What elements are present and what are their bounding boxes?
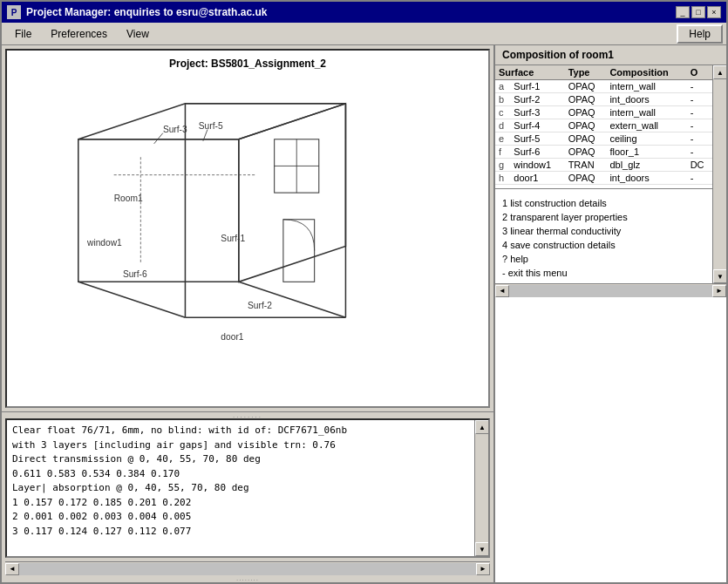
- svg-line-22: [154, 133, 163, 144]
- menu-bar: File Preferences View Help: [2, 23, 726, 45]
- table-row[interactable]: a Surf-1 OPAQ intern_wall -: [495, 80, 712, 93]
- menu-option[interactable]: 3 linear thermal conductivity: [502, 224, 705, 238]
- surface-comp: intern_wall: [606, 106, 686, 119]
- text-line-5: Layer| absorption @ 0, 40, 55, 70, 80 de…: [12, 481, 483, 496]
- surface-comp: extern_wall: [606, 119, 686, 132]
- svg-text:window1: window1: [86, 238, 122, 248]
- row-letter: d: [495, 119, 510, 132]
- text-line-7: 2 0.001 0.002 0.003 0.004 0.005: [12, 510, 483, 525]
- text-line-2: with 3 layers [including air gaps] and v…: [12, 438, 483, 453]
- table-row[interactable]: e Surf-5 OPAQ ceiling -: [495, 132, 712, 146]
- col-type: Type: [565, 65, 607, 80]
- minimize-button[interactable]: _: [676, 6, 690, 18]
- surface-comp: int_doors: [606, 172, 686, 185]
- svg-text:Room1: Room1: [114, 194, 143, 203]
- table-row[interactable]: f Surf-6 OPAQ floor_1 -: [495, 146, 712, 159]
- surface-name: Surf-1: [510, 80, 564, 93]
- window-title: Project Manager: enquiries to esru@strat…: [26, 6, 267, 18]
- col-surface: Surface: [495, 65, 565, 80]
- surface-name: Surf-3: [510, 106, 564, 119]
- row-letter: a: [495, 80, 510, 93]
- right-scroll-track[interactable]: [713, 79, 726, 269]
- menu-option[interactable]: 1 list construction details: [502, 196, 705, 210]
- table-row[interactable]: c Surf-3 OPAQ intern_wall -: [495, 106, 712, 119]
- surface-type: OPAQ: [565, 93, 607, 106]
- surface-type: OPAQ: [565, 80, 607, 93]
- right-scrollbar-v: ▲ ▼: [712, 65, 726, 283]
- surface-type: OPAQ: [565, 146, 607, 159]
- main-content: Project: BS5801_Assignment_2: [2, 45, 726, 582]
- surface-type: OPAQ: [565, 132, 607, 146]
- menu-option[interactable]: 2 transparent layer properties: [502, 210, 705, 224]
- scroll-track-h[interactable]: [19, 563, 476, 575]
- menu-option[interactable]: ? help: [502, 252, 705, 266]
- row-letter: f: [495, 146, 510, 159]
- svg-line-4: [239, 282, 346, 317]
- project-title: Project: BS5801_Assignment_2: [169, 58, 326, 70]
- row-letter: c: [495, 106, 510, 119]
- surface-type: OPAQ: [565, 172, 607, 185]
- scroll-up-button[interactable]: ▲: [475, 420, 489, 434]
- right-scroll-left[interactable]: ◄: [495, 285, 509, 297]
- svg-text:Surf-3: Surf-3: [163, 125, 187, 134]
- bottom-resize-handle[interactable]: ........: [2, 575, 493, 582]
- text-line-3: Direct transmission @ 0, 40, 55, 70, 80 …: [12, 452, 483, 467]
- surface-o: -: [687, 119, 712, 132]
- right-hscroll-track[interactable]: [509, 285, 712, 297]
- right-scroll-right[interactable]: ►: [712, 285, 726, 297]
- 3d-view: Project: BS5801_Assignment_2: [5, 49, 490, 408]
- table-row[interactable]: g window1 TRAN dbl_glz DC: [495, 159, 712, 172]
- table-row[interactable]: h door1 OPAQ int_doors -: [495, 172, 712, 185]
- menu-file[interactable]: File: [5, 25, 41, 43]
- text-line-1: Clear float 76/71, 6mm, no blind: with i…: [12, 424, 483, 438]
- surface-o: -: [687, 172, 712, 185]
- surface-o: -: [687, 132, 712, 146]
- title-bar: P Project Manager: enquiries to esru@str…: [2, 2, 726, 23]
- surface-name: Surf-5: [510, 132, 564, 146]
- right-scroll-down[interactable]: ▼: [713, 269, 726, 283]
- surface-name: Surf-6: [510, 146, 564, 159]
- menu-preferences[interactable]: Preferences: [41, 25, 117, 43]
- svg-text:Surf-6: Surf-6: [123, 269, 147, 279]
- maximize-button[interactable]: □: [691, 6, 705, 18]
- scroll-track-v[interactable]: [475, 434, 488, 542]
- right-scroll-up[interactable]: ▲: [713, 65, 726, 79]
- col-o: O: [687, 65, 712, 80]
- row-letter: h: [495, 172, 510, 185]
- right-panel-title: Composition of room1: [495, 45, 726, 65]
- surface-name: Surf-2: [510, 93, 564, 106]
- svg-text:door1: door1: [221, 332, 243, 342]
- surface-type: TRAN: [565, 159, 607, 172]
- menu-option[interactable]: - exit this menu: [502, 266, 705, 280]
- surface-name: window1: [510, 159, 564, 172]
- room-svg: Surf-3 Surf-5 Surf-6 Surf-2 Surf-1 Room1…: [7, 51, 488, 406]
- menu-option[interactable]: 4 save construction details: [502, 238, 705, 252]
- close-button[interactable]: ×: [707, 6, 721, 18]
- surface-name: Surf-4: [510, 119, 564, 132]
- main-window: P Project Manager: enquiries to esru@str…: [0, 0, 728, 584]
- surface-name: door1: [510, 172, 564, 185]
- surface-comp: intern_wall: [606, 80, 686, 93]
- surface-o: -: [687, 106, 712, 119]
- menu-view[interactable]: View: [117, 25, 159, 43]
- svg-text:Surf-2: Surf-2: [248, 301, 272, 310]
- surface-table: Surface Type Composition O a Surf-1 OPAQ…: [495, 65, 712, 185]
- scroll-left-button[interactable]: ◄: [5, 563, 19, 575]
- scroll-right-button[interactable]: ►: [476, 563, 490, 575]
- right-scrollbar-h: ◄ ►: [495, 283, 726, 297]
- scroll-down-button[interactable]: ▼: [475, 542, 489, 556]
- text-line-8: 3 0.117 0.124 0.127 0.112 0.077: [12, 525, 483, 540]
- horizontal-resize-handle[interactable]: ........: [2, 411, 493, 418]
- help-button[interactable]: Help: [677, 24, 723, 44]
- table-row[interactable]: d Surf-4 OPAQ extern_wall -: [495, 119, 712, 132]
- row-letter: b: [495, 93, 510, 106]
- row-letter: e: [495, 132, 510, 146]
- text-line-4: 0.611 0.583 0.534 0.384 0.170: [12, 467, 483, 482]
- app-icon: P: [7, 5, 21, 19]
- left-panel: Project: BS5801_Assignment_2: [2, 45, 495, 582]
- table-row[interactable]: b Surf-2 OPAQ int_doors -: [495, 93, 712, 106]
- row-letter: g: [495, 159, 510, 172]
- svg-marker-0: [78, 139, 239, 282]
- window-controls: _ □ ×: [676, 6, 721, 18]
- right-scrollbar-container: Surface Type Composition O a Surf-1 OPAQ…: [495, 65, 726, 283]
